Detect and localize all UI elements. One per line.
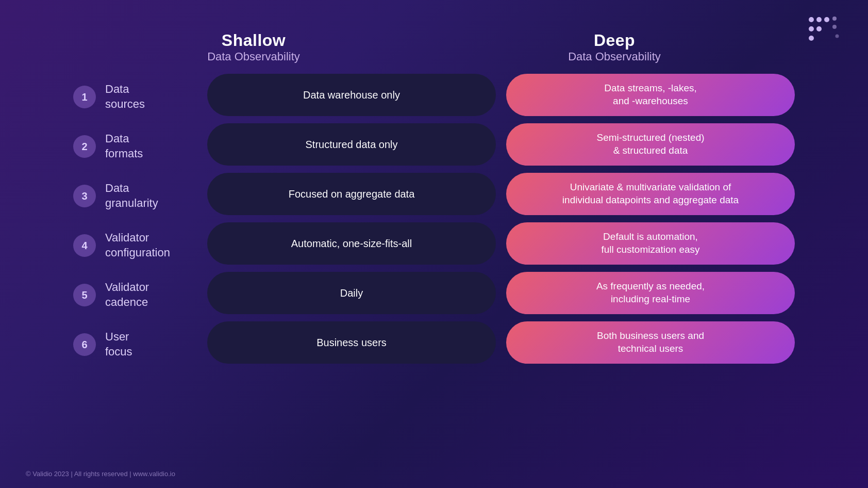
deep-title: Deep [434, 31, 795, 50]
row-label-2: 2 Dataformats [73, 125, 207, 168]
svg-point-2 [824, 17, 829, 22]
shallow-header: Shallow Data Observability [73, 31, 434, 63]
row-label-5: 5 Validatorcadence [73, 274, 207, 316]
deep-column: Data streams, -lakes, and -warehousesSem… [506, 74, 795, 366]
svg-point-1 [816, 17, 822, 22]
shallow-cell-6: Business users [207, 321, 496, 364]
shallow-cell-5: Daily [207, 272, 496, 314]
shallow-column: Data warehouse onlyStructured data onlyF… [207, 74, 496, 366]
logo [806, 14, 842, 47]
row-number-4: 4 [73, 234, 96, 257]
deep-cell-2: Semi-structured (nested) & structured da… [506, 123, 795, 166]
row-label-text-5: Validatorcadence [105, 280, 149, 310]
svg-point-5 [816, 26, 822, 31]
deep-cell-5: As frequently as needed, including real-… [506, 272, 795, 314]
row-label-6: 6 Userfocus [73, 323, 207, 366]
svg-point-0 [809, 17, 814, 22]
main-content: Shallow Data Observability Deep Data Obs… [0, 0, 868, 488]
row-label-text-2: Dataformats [105, 132, 143, 161]
columns-area: Data warehouse onlyStructured data onlyF… [207, 74, 795, 366]
deep-subtitle: Data Observability [434, 50, 795, 63]
svg-point-8 [836, 35, 839, 38]
shallow-title: Shallow [73, 31, 434, 50]
row-label-text-1: Datasources [105, 82, 145, 111]
row-number-1: 1 [73, 86, 96, 108]
deep-cell-1: Data streams, -lakes, and -warehouses [506, 74, 795, 116]
row-label-1: 1 Datasources [73, 76, 207, 118]
svg-point-6 [832, 25, 837, 29]
deep-header: Deep Data Observability [434, 31, 795, 63]
row-labels: 1 Datasources 2 Dataformats 3 Datagranul… [73, 74, 207, 366]
footer-text: © Validio 2023 | All rights reserved | w… [26, 470, 175, 478]
shallow-subtitle: Data Observability [73, 50, 434, 63]
row-number-5: 5 [73, 284, 96, 306]
svg-point-7 [809, 36, 814, 41]
deep-cell-3: Univariate & multivariate validation of … [506, 173, 795, 215]
row-label-3: 3 Datagranularity [73, 175, 207, 217]
shallow-cell-4: Automatic, one-size-fits-all [207, 222, 496, 265]
deep-cell-4: Default is automation, full customizatio… [506, 222, 795, 265]
row-label-text-6: Userfocus [105, 330, 132, 359]
content-area: 1 Datasources 2 Dataformats 3 Datagranul… [73, 74, 795, 366]
row-number-3: 3 [73, 185, 96, 207]
deep-cell-6: Both business users and technical users [506, 321, 795, 364]
header-row: Shallow Data Observability Deep Data Obs… [73, 31, 795, 63]
row-label-text-3: Datagranularity [105, 181, 158, 210]
row-label-4: 4 Validatorconfiguration [73, 224, 207, 267]
svg-point-4 [809, 26, 814, 31]
shallow-cell-3: Focused on aggregate data [207, 173, 496, 215]
shallow-cell-1: Data warehouse only [207, 74, 496, 116]
row-number-2: 2 [73, 135, 96, 158]
svg-point-3 [832, 17, 837, 21]
shallow-cell-2: Structured data only [207, 123, 496, 166]
row-number-6: 6 [73, 333, 96, 356]
row-label-text-4: Validatorconfiguration [105, 231, 170, 260]
